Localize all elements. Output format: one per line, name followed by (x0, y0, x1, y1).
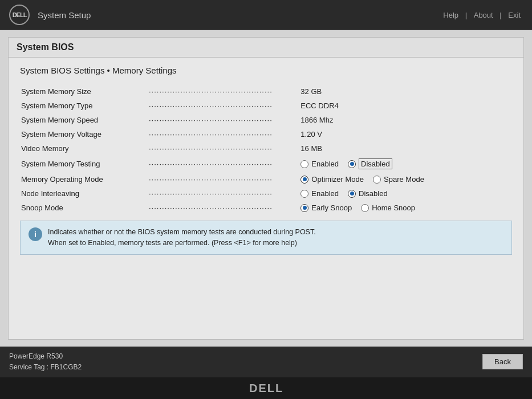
settings-table: System Memory Size ·····················… (20, 84, 512, 215)
top-bar-nav: Help | About | Exit (441, 11, 523, 19)
row-dots: ········································… (145, 141, 299, 156)
table-row: System Memory Type ·····················… (20, 99, 512, 113)
radio-ni-disabled-label: Disabled (359, 189, 388, 198)
nav-separator-1: | (465, 11, 469, 19)
row-dots: ········································… (145, 156, 299, 172)
radio-home-snoop-label: Home Snoop (372, 203, 415, 212)
table-row: System Memory Speed ····················… (20, 113, 512, 127)
radio-ni-enabled-circle[interactable] (300, 190, 308, 198)
radio-disabled-label: Disabled (359, 158, 392, 169)
radio-spare-circle[interactable] (373, 176, 381, 184)
bios-panel-title: System BIOS (9, 38, 523, 58)
row-dots: ········································… (145, 113, 299, 127)
radio-optimizer[interactable]: Optimizer Mode (300, 175, 364, 184)
node-interleaving-group: Enabled Disabled (300, 189, 511, 198)
row-dots: ········································… (145, 201, 299, 215)
table-row: Snoop Mode ·····························… (20, 201, 512, 215)
radio-optimizer-circle[interactable] (300, 176, 308, 184)
top-bar-left: DELL System Setup (9, 5, 91, 25)
row-label: System Memory Testing (20, 156, 145, 172)
row-dots: ········································… (145, 172, 299, 186)
main-area: System BIOS System BIOS Settings • Memor… (0, 30, 532, 347)
radio-enabled-label: Enabled (311, 160, 339, 168)
radio-disabled-circle[interactable] (348, 160, 356, 168)
row-label: System Memory Type (20, 99, 145, 113)
table-row: System Memory Testing ··················… (20, 156, 512, 172)
row-dots: ········································… (145, 84, 299, 99)
settings-heading-separator: • (107, 66, 112, 75)
row-dots: ········································… (145, 186, 299, 201)
panel-title-text: System BIOS (17, 42, 74, 52)
table-row: Video Memory ···························… (20, 141, 512, 156)
row-value-radio: Optimizer Mode Spare Mode (299, 172, 512, 186)
table-row: Node Interleaving ······················… (20, 186, 512, 201)
dell-logo-top: DELL (9, 5, 30, 25)
settings-heading-sub: Memory Settings (112, 66, 177, 75)
system-setup-title: System Setup (38, 10, 91, 20)
help-link[interactable]: Help (443, 11, 458, 19)
dell-logo-bottom: DELL (249, 382, 283, 394)
radio-ni-disabled[interactable]: Disabled (348, 189, 388, 198)
row-value: 16 MB (299, 141, 512, 156)
radio-home-snoop[interactable]: Home Snoop (361, 203, 415, 212)
model-text: PowerEdge R530 (9, 351, 82, 362)
table-row: System Memory Voltage ··················… (20, 127, 512, 141)
row-label: System Memory Size (20, 84, 145, 99)
row-label: Memory Operating Mode (20, 172, 145, 186)
table-row: System Memory Size ·····················… (20, 84, 512, 99)
top-bar: DELL System Setup Help | About | Exit (0, 0, 532, 30)
radio-ni-enabled-label: Enabled (311, 189, 339, 198)
about-link[interactable]: About (474, 11, 493, 19)
radio-enabled[interactable]: Enabled (300, 160, 339, 168)
bottom-logo-bar: DELL (0, 377, 532, 399)
row-value-radio: Early Snoop Home Snoop (299, 201, 512, 215)
info-text-line2: When set to Enabled, memory tests are pe… (48, 239, 297, 247)
dell-logo-svg: DELL (249, 382, 283, 394)
service-tag-text: Service Tag : FB1CGB2 (9, 362, 82, 373)
info-text: Indicates whether or not the BIOS system… (48, 227, 316, 249)
row-label: System Memory Speed (20, 113, 145, 127)
radio-home-snoop-circle[interactable] (361, 204, 369, 212)
exit-link[interactable]: Exit (508, 11, 521, 19)
svg-text:DELL: DELL (249, 382, 283, 394)
settings-heading: System BIOS Settings • Memory Settings (20, 66, 512, 75)
radio-ni-disabled-circle[interactable] (348, 190, 356, 198)
row-label: Video Memory (20, 141, 145, 156)
radio-spare[interactable]: Spare Mode (373, 175, 424, 184)
row-dots: ········································… (145, 99, 299, 113)
row-label: Snoop Mode (20, 201, 145, 215)
radio-early-snoop-label: Early Snoop (311, 203, 352, 212)
radio-optimizer-label: Optimizer Mode (311, 175, 364, 184)
radio-early-snoop-circle[interactable] (300, 204, 308, 212)
system-memory-testing-group: Enabled Disabled (300, 158, 511, 169)
row-value-radio: Enabled Disabled (299, 156, 512, 172)
radio-disabled[interactable]: Disabled (348, 158, 392, 169)
row-value: ECC DDR4 (299, 99, 512, 113)
bios-panel: System BIOS System BIOS Settings • Memor… (8, 37, 524, 340)
row-value: 1.20 V (299, 127, 512, 141)
row-value-radio: Enabled Disabled (299, 186, 512, 201)
info-text-line1: Indicates whether or not the BIOS system… (48, 228, 316, 236)
row-label: System Memory Voltage (20, 127, 145, 141)
back-button[interactable]: Back (482, 354, 523, 369)
info-box: i Indicates whether or not the BIOS syst… (20, 221, 512, 255)
memory-operating-mode-group: Optimizer Mode Spare Mode (300, 175, 511, 184)
settings-heading-main: System BIOS Settings (20, 66, 104, 75)
radio-ni-enabled[interactable]: Enabled (300, 189, 339, 198)
row-value: 1866 Mhz (299, 113, 512, 127)
row-value: 32 GB (299, 84, 512, 99)
row-label: Node Interleaving (20, 186, 145, 201)
info-icon: i (29, 227, 42, 241)
table-row: Memory Operating Mode ··················… (20, 172, 512, 186)
snoop-mode-group: Early Snoop Home Snoop (300, 203, 511, 212)
bios-content: System BIOS Settings • Memory Settings S… (9, 58, 523, 339)
bottom-bar: PowerEdge R530 Service Tag : FB1CGB2 Bac… (0, 347, 532, 377)
radio-spare-label: Spare Mode (384, 175, 424, 184)
bottom-info: PowerEdge R530 Service Tag : FB1CGB2 (9, 351, 82, 373)
row-dots: ········································… (145, 127, 299, 141)
radio-enabled-circle[interactable] (300, 160, 308, 168)
nav-separator-2: | (499, 11, 503, 19)
radio-early-snoop[interactable]: Early Snoop (300, 203, 352, 212)
